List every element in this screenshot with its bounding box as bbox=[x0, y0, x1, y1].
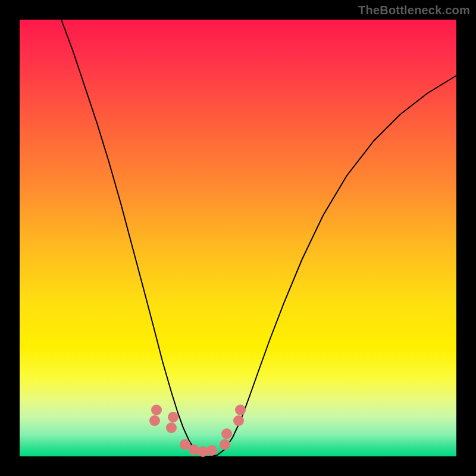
curve-marker bbox=[180, 439, 190, 450]
curve-marker bbox=[220, 439, 230, 450]
curve-markers bbox=[149, 405, 246, 457]
curve-marker bbox=[235, 405, 246, 415]
bottleneck-curve bbox=[61, 20, 456, 456]
curve-marker bbox=[151, 405, 162, 415]
chart-svg bbox=[20, 20, 456, 456]
curve-marker bbox=[166, 422, 177, 433]
chart-container: TheBottleneck.com bbox=[0, 0, 476, 476]
watermark-text: TheBottleneck.com bbox=[358, 4, 470, 17]
curve-marker bbox=[206, 445, 217, 456]
curve-marker bbox=[149, 415, 160, 426]
curve-marker bbox=[189, 444, 199, 455]
curve-marker bbox=[168, 412, 178, 422]
curve-marker bbox=[221, 428, 232, 439]
curve-marker bbox=[233, 415, 244, 426]
